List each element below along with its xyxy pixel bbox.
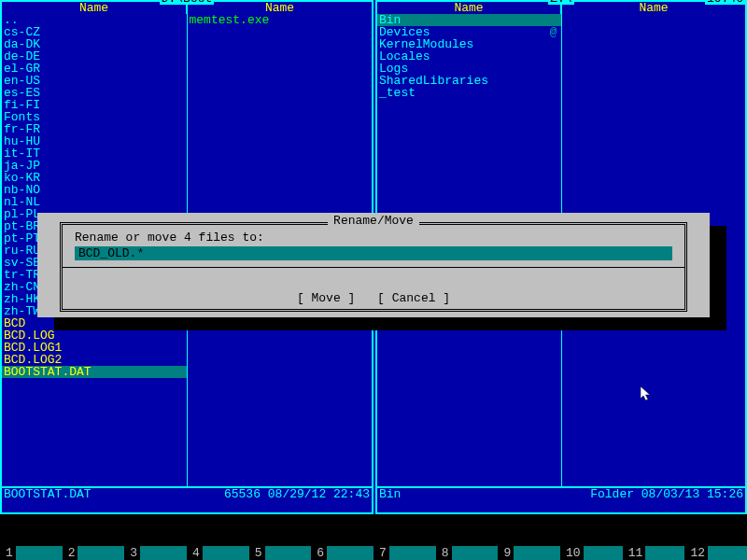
dialog-title: Rename/Move <box>328 215 419 227</box>
list-item[interactable]: memtest.exe <box>188 14 373 26</box>
f6[interactable]: 6 <box>311 546 374 560</box>
f3[interactable]: 3 <box>124 546 187 560</box>
f4[interactable]: 4 <box>187 546 249 560</box>
f5[interactable]: 5 <box>249 546 312 560</box>
rename-move-dialog: Rename/Move Rename or move 4 files to: [… <box>37 213 710 317</box>
f8[interactable]: 8 <box>436 546 499 560</box>
clock: 10:46 <box>705 0 745 5</box>
list-item[interactable]: _test <box>377 87 561 99</box>
right-status: Bin Folder 08/03/13 15:26 <box>377 486 745 500</box>
f7[interactable]: 7 <box>374 546 436 560</box>
list-item[interactable]: BOOTSTAT.DAT <box>2 366 187 378</box>
f11[interactable]: 11 <box>623 546 685 560</box>
f2[interactable]: 2 <box>63 546 125 560</box>
f1[interactable]: 1 <box>0 546 63 560</box>
left-status: BOOTSTAT.DAT 65536 08/29/12 22:43 <box>2 486 372 500</box>
dialog-destination-input[interactable] <box>75 246 672 260</box>
move-button[interactable]: [ Move ] <box>297 291 355 305</box>
left-panel-title: D:\Boot <box>160 0 215 5</box>
symlink-marker-icon: @ <box>550 26 557 38</box>
dialog-prompt: Rename or move 4 files to: <box>75 231 264 244</box>
cancel-button[interactable]: [ Cancel ] <box>377 291 450 305</box>
function-key-bar: 1 2 3 4 5 6 7 8 9 10 11 12 <box>0 546 747 560</box>
right-panel-title: Z:\ <box>548 0 573 5</box>
f9[interactable]: 9 <box>498 546 560 560</box>
f10[interactable]: 10 <box>560 546 623 560</box>
list-item[interactable]: Devices@ <box>377 26 561 38</box>
f12[interactable]: 12 <box>684 546 747 560</box>
